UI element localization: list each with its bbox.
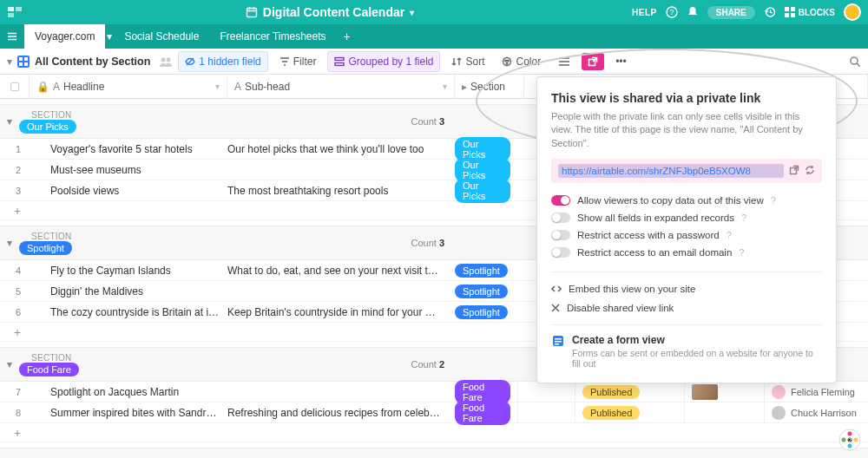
help-widget[interactable]: ? [838,429,861,451]
col-subhead[interactable]: ASub-head▾ [227,75,455,98]
svg-rect-28 [555,341,562,343]
help-icon[interactable]: ? [739,247,744,258]
cell-subhead[interactable]: The most breathtaking resort pools [220,185,448,197]
filter-tool[interactable]: Filter [273,52,323,71]
tab-social[interactable]: Social Schedule [114,24,209,49]
caret-down-icon[interactable]: ▾ [7,358,19,370]
cell-subhead[interactable]: What to do, eat, and see on your next vi… [220,265,448,277]
svg-rect-1 [16,7,22,11]
svg-point-32 [854,438,858,442]
svg-text:?: ? [848,437,852,443]
svg-point-16 [167,57,171,62]
svg-rect-29 [555,344,559,345]
col-headline[interactable]: 🔒AHeadline▾ [30,75,227,98]
svg-rect-8 [791,7,795,11]
cell-section-pill: Food Fare [455,401,510,425]
svg-point-22 [507,62,509,64]
collapse-icon[interactable]: ▾ [7,56,12,68]
create-form-section[interactable]: Create a form view Forms can be sent or … [551,324,822,369]
section-pill: Spotlight [19,241,72,255]
view-name[interactable]: All Content by Section [35,56,150,68]
col-section[interactable]: ▸Section [455,75,524,98]
status-pill: Published [582,406,640,420]
cell-headline[interactable]: Spotlight on Jacques Martin [23,386,220,398]
caret-down-icon[interactable]: ▾ [7,115,19,128]
share-url[interactable]: https://airtable.com/shrZNFJbp0eB5XOW8 [558,164,784,178]
tab-freelancer[interactable]: Freelancer Timesheets [209,24,336,49]
color-tool[interactable]: Color [496,52,547,71]
user-avatar[interactable] [844,3,861,21]
table-row[interactable]: 8 Summer inspired bites with Sandra Key … [0,402,868,423]
cell-subhead[interactable]: Keep Britain's countryside in mind for y… [220,306,448,318]
more-tool[interactable]: ••• [609,52,633,71]
app-logo-icon [7,4,23,20]
disable-action[interactable]: Disable shared view link [551,298,822,317]
table-row[interactable]: 7 Spotlight on Jacques Martin Food Fare … [0,382,868,402]
svg-text:?: ? [669,8,674,16]
bell-icon[interactable] [687,6,699,18]
add-tab-button[interactable]: + [337,29,358,43]
collaborators-icon[interactable] [159,56,173,67]
cell-subhead[interactable]: Our hotel picks that we think you'll lov… [220,143,448,155]
cell-headline[interactable]: Voyager's favorite 5 star hotels [23,143,220,155]
embed-icon [551,284,562,294]
embed-action[interactable]: Embed this view on your site [551,279,822,298]
svg-point-34 [842,438,846,442]
share-option: Show all fields in expanded records? [551,209,822,226]
open-link-icon[interactable] [789,165,799,178]
hidden-fields-tool[interactable]: 1 hidden field [178,51,267,72]
caret-down-icon[interactable]: ▾ [7,237,19,249]
view-toolbar: ▾ All Content by Section 1 hidden field … [0,49,868,75]
cell-section-pill: Spotlight [455,285,508,298]
share-view-button[interactable] [582,53,604,70]
popover-title: This view is shared via a private link [551,91,822,105]
help-icon[interactable]: ? [727,230,732,240]
popover-desc: People with the private link can only se… [551,110,822,150]
toggle[interactable] [551,213,570,223]
chevron-down-icon: ▾ [443,82,447,91]
help-link[interactable]: HELP [632,8,657,17]
svg-rect-17 [335,57,344,60]
svg-point-20 [505,60,507,62]
group-tool[interactable]: Grouped by 1 field [327,51,440,72]
select-all-checkbox[interactable] [10,82,19,91]
cell-section-pill: Our Picks [455,179,510,203]
cell-headline[interactable]: Fly to the Cayman Islands [23,265,220,277]
blocks-button[interactable]: BLOCKS [785,7,835,17]
help-icon[interactable]: ? [771,195,776,206]
cell-subhead[interactable]: Refreshing and delicious recipes from ce… [220,407,448,419]
hamburger-icon[interactable] [0,30,24,43]
row-height-tool[interactable] [552,53,576,70]
regenerate-link-icon[interactable] [805,165,815,178]
chevron-down-icon[interactable]: ▾ [410,8,414,17]
toggle[interactable] [551,195,570,206]
toggle[interactable] [551,247,570,258]
table-tabs: Voyager.com▾ Social Schedule Freelancer … [0,24,868,49]
svg-point-33 [848,444,852,448]
svg-rect-3 [247,9,256,17]
status-pill: Published [582,385,640,399]
cell-headline[interactable]: The cozy countryside is Britain at its b… [23,306,220,318]
share-popover: This view is shared via a private link P… [536,76,837,383]
toggle[interactable] [551,230,570,240]
search-icon[interactable] [849,56,861,68]
add-row-button[interactable]: + [0,423,868,442]
tab-voyager[interactable]: Voyager.com [24,24,105,49]
base-title[interactable]: Digital Content Calendar [263,5,404,19]
share-option: Restrict access with a password? [551,226,822,244]
cell-headline[interactable]: Diggin' the Maldives [23,285,220,298]
share-options: Allow viewers to copy data out of this v… [551,192,822,261]
svg-rect-12 [24,57,28,61]
group-header[interactable]: ▾SECTION [0,448,868,458]
form-icon [551,334,565,369]
share-button[interactable]: SHARE [707,6,755,19]
cell-headline[interactable]: Poolside views [23,185,220,197]
help-icon[interactable]: ? [741,213,746,223]
cell-headline[interactable]: Summer inspired bites with Sandra Key [23,407,220,419]
help-icon[interactable]: ? [666,6,678,18]
thumbnail [692,384,718,400]
svg-point-15 [161,57,166,62]
history-icon[interactable] [764,6,776,18]
sort-tool[interactable]: Sort [445,52,490,71]
cell-headline[interactable]: Must-see museums [23,164,220,176]
